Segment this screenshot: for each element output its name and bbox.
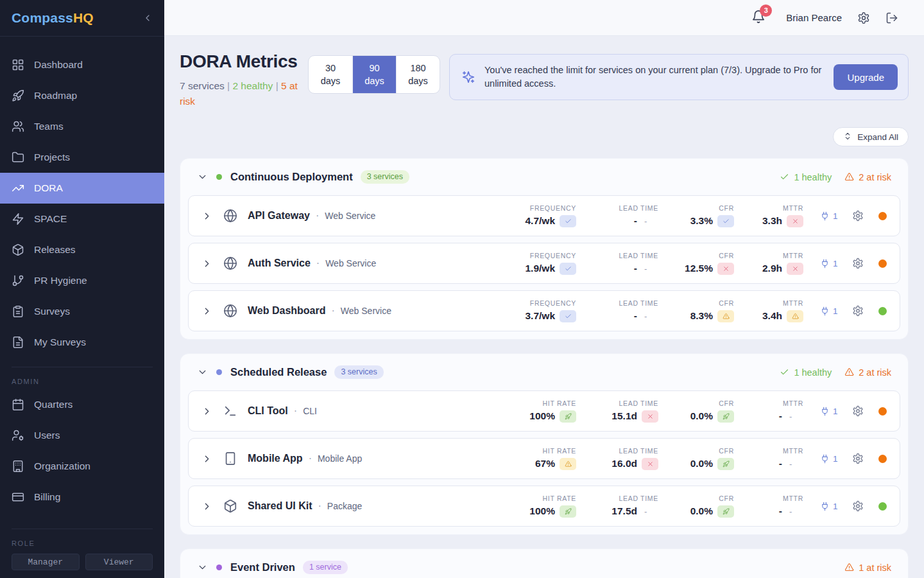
sidebar-item-label: Roadmap — [34, 90, 77, 101]
metric-value: 3.7/wk — [525, 310, 555, 322]
service-row-auth-service[interactable]: Auth Service·Web ServiceFREQUENCY1.9/wkL… — [188, 243, 900, 284]
notifications-button[interactable]: 3 — [751, 10, 766, 26]
sidebar-collapse-icon[interactable] — [142, 13, 153, 23]
metric-value: 3.4h — [762, 310, 782, 322]
service-settings-gear-icon[interactable] — [852, 305, 864, 317]
chevron-right-icon[interactable] — [201, 453, 212, 464]
x-icon — [647, 413, 654, 420]
section-header[interactable]: Continuous Deployment3 services1 healthy… — [188, 159, 900, 195]
risk-warning-icon — [844, 367, 854, 377]
section-header[interactable]: Event Driven1 service1 at risk — [188, 549, 900, 578]
healthy-check-icon — [780, 172, 789, 182]
sidebar-item-projects[interactable]: Projects — [0, 142, 164, 173]
sidebar-item-quarters[interactable]: Quarters — [0, 389, 164, 420]
chevron-right-icon[interactable] — [201, 211, 212, 222]
section-header[interactable]: Scheduled Release3 services1 healthy2 at… — [188, 354, 900, 390]
sidebar-item-billing[interactable]: Billing — [0, 482, 164, 512]
metric-lead-time: LEAD TIME-- — [593, 252, 658, 275]
title-block: DORA Metrics 7 services | 2 healthy | 5 … — [180, 51, 308, 109]
sidebar-item-teams[interactable]: Teams — [0, 111, 164, 142]
range-option-30-days[interactable]: 30days — [309, 56, 352, 93]
notification-count-badge: 3 — [760, 4, 772, 17]
terminal-icon — [223, 404, 237, 418]
service-type: Package — [327, 501, 362, 511]
service-settings-gear-icon[interactable] — [852, 500, 864, 512]
metric-value: 67% — [535, 458, 555, 469]
service-row-web-dashboard[interactable]: Web Dashboard·Web ServiceFREQUENCY3.7/wk… — [188, 290, 900, 331]
service-row-shared-ui-kit[interactable]: Shared UI Kit·PackageHIT RATE100%LEAD TI… — [188, 486, 900, 527]
metric-frequency: FREQUENCY1.9/wk — [504, 252, 576, 275]
sidebar-item-releases[interactable]: Releases — [0, 234, 164, 265]
warning-triangle-icon — [723, 313, 730, 320]
chevron-down-icon[interactable] — [197, 367, 208, 378]
sidebar-item-label: Surveys — [34, 306, 70, 317]
sidebar-header: CompassHQ — [0, 0, 164, 37]
plug-icon — [820, 454, 830, 464]
name-type-separator: · — [294, 405, 297, 417]
metric-check-badge — [717, 215, 734, 227]
sidebar-item-roadmap[interactable]: Roadmap — [0, 80, 164, 111]
integrations-count: 1 — [820, 407, 841, 416]
metric-empty-dash: - — [642, 507, 658, 516]
metric-x-badge — [717, 263, 734, 275]
service-row-cli-tool[interactable]: CLI Tool·CLIHIT RATE100%LEAD TIME15.1dCF… — [188, 390, 900, 432]
plug-icon — [820, 211, 830, 221]
chevron-down-icon[interactable] — [197, 562, 208, 573]
service-type: Web Service — [325, 258, 376, 268]
service-status-dot — [878, 307, 887, 315]
section-status-summary: 1 healthy2 at risk — [780, 172, 891, 182]
logout-icon[interactable] — [886, 12, 898, 24]
role-button-manager[interactable]: Manager — [12, 554, 80, 570]
upgrade-button[interactable]: Upgrade — [834, 64, 898, 90]
service-name: Shared UI Kit — [248, 500, 312, 512]
service-settings-gear-icon[interactable] — [852, 405, 864, 417]
chevron-right-icon[interactable] — [201, 306, 212, 317]
metric-label: MTTR — [783, 204, 803, 212]
metric-label: LEAD TIME — [619, 495, 658, 502]
subtitle-muted: 7 services — [180, 80, 225, 91]
sidebar-item-organization[interactable]: Organization — [0, 451, 164, 482]
warning-triangle-icon — [792, 313, 799, 320]
sidebar-item-users[interactable]: Users — [0, 420, 164, 451]
integrations-value: 1 — [833, 211, 838, 221]
metric-label: MTTR — [783, 447, 803, 455]
page-title: DORA Metrics — [180, 51, 308, 72]
service-row-api-gateway[interactable]: API Gateway·Web ServiceFREQUENCY4.7/wkLE… — [188, 195, 900, 236]
role-button-viewer[interactable]: Viewer — [85, 554, 153, 570]
chevrons-up-down-icon — [843, 132, 852, 143]
user-name: Brian Pearce — [786, 12, 842, 23]
service-status-dot — [878, 212, 887, 220]
service-row-mobile-app[interactable]: Mobile App·Mobile AppHIT RATE67%LEAD TIM… — [188, 438, 900, 479]
service-settings-gear-icon[interactable] — [852, 210, 864, 222]
sidebar-item-dora[interactable]: DORA — [0, 173, 164, 204]
section-status-dot — [216, 174, 222, 180]
chevron-right-icon[interactable] — [201, 258, 212, 269]
integrations-count: 1 — [820, 211, 841, 221]
range-option-180-days[interactable]: 180days — [396, 56, 440, 93]
chevron-right-icon[interactable] — [201, 501, 212, 512]
sidebar-item-pr-hygiene[interactable]: PR Hygiene — [0, 265, 164, 296]
metric-lead-time: LEAD TIME16.0d — [593, 447, 658, 470]
chevron-right-icon[interactable] — [201, 406, 212, 417]
service-settings-gear-icon[interactable] — [852, 258, 864, 269]
metric-label: CFR — [719, 447, 734, 455]
plug-icon — [820, 502, 830, 511]
integrations-value: 1 — [833, 407, 838, 416]
service-name: CLI Tool — [248, 405, 288, 417]
integrations-count: 1 — [820, 259, 841, 268]
chevron-down-icon[interactable] — [197, 171, 208, 182]
sidebar-item-surveys[interactable]: Surveys — [0, 296, 164, 327]
check-icon — [565, 313, 572, 320]
metric-label: MTTR — [783, 399, 803, 407]
sidebar-item-my-surveys[interactable]: My Surveys — [0, 327, 164, 358]
name-type-separator: · — [309, 453, 312, 464]
service-settings-gear-icon[interactable] — [852, 453, 864, 464]
metric-mttr: MTTR3.4h — [751, 299, 803, 322]
range-option-90-days[interactable]: 90days — [352, 55, 396, 94]
sidebar-item-label: PR Hygiene — [34, 275, 87, 286]
sidebar-item-dashboard[interactable]: Dashboard — [0, 49, 164, 80]
subtitle-separator: | — [273, 80, 278, 91]
settings-gear-icon[interactable] — [857, 12, 870, 24]
sidebar-item-space[interactable]: SPACE — [0, 204, 164, 234]
expand-all-button[interactable]: Expand All — [833, 127, 909, 146]
